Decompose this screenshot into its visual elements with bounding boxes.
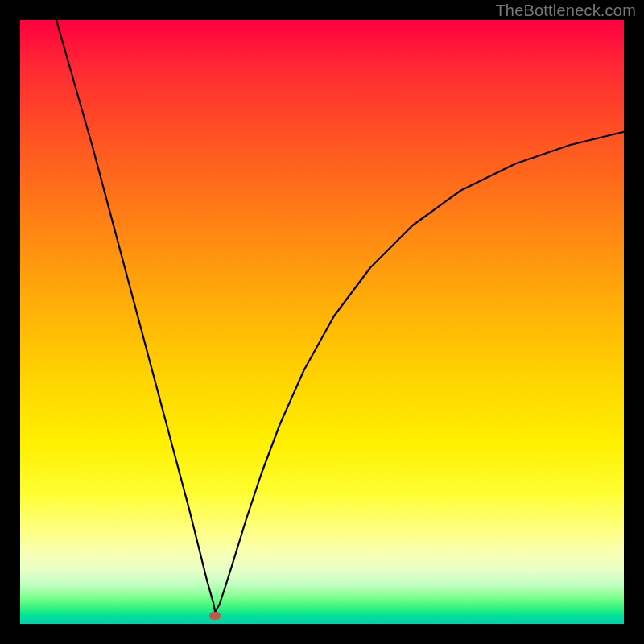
chart-frame: TheBottleneck.com — [0, 0, 644, 644]
bottleneck-curve — [20, 20, 624, 624]
watermark-text: TheBottleneck.com — [495, 2, 636, 20]
optimum-marker — [209, 612, 221, 620]
